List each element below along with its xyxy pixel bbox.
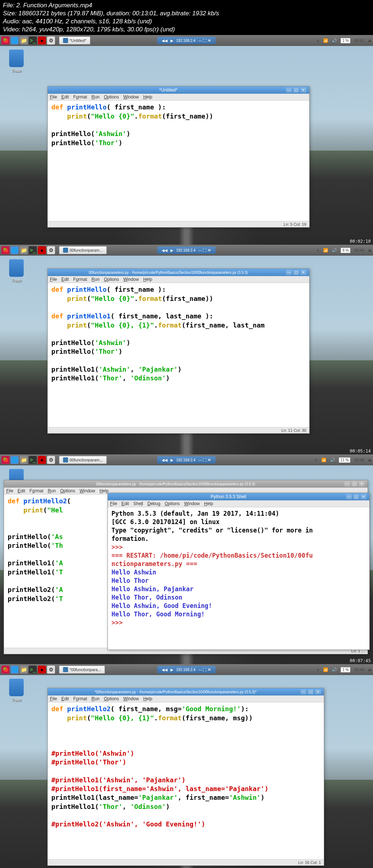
vnc-toolbar[interactable]: ◀◀▶192.168.2.4— ⛶ ✕	[157, 37, 216, 44]
browser-icon[interactable]: 🌐	[11, 36, 19, 44]
files-icon[interactable]: 📁	[20, 36, 28, 44]
raspberry-menu-icon[interactable]: 🍓	[1, 36, 9, 44]
raspberry-menu-icon[interactable]: 🍓	[1, 246, 9, 254]
titlebar[interactable]: *Untitled* —▢✕	[48, 86, 309, 94]
volume-icon[interactable]: 🔊	[332, 38, 337, 43]
task-button[interactable]: 00functionparam...	[59, 456, 107, 464]
trash-desktop-icon[interactable]: Trash	[9, 259, 24, 283]
frame-4: 🍓🌐📁>_●⚙ *00functionpara... ◀◀▶192.168.2.…	[0, 664, 373, 868]
maximize-button[interactable]: ▢	[293, 88, 299, 93]
vnc-toolbar[interactable]: ◀◀▶192.168.2.4— ⛶ ✕	[157, 247, 216, 254]
code-editor[interactable]: def printHello2( first_name, msg='Good M…	[48, 702, 324, 859]
task-button[interactable]: 00functionparam...	[59, 246, 107, 254]
terminal-icon[interactable]: >_	[29, 36, 37, 44]
minimize-button[interactable]: —	[286, 88, 292, 93]
editor-window: 00functionparameters.py - /home/pi/code/…	[47, 268, 310, 434]
shell-output[interactable]: Python 3.5.3 (default, Jan 19 2017, 14:1…	[108, 507, 369, 650]
editor-window: *Untitled* —▢✕ FileEditFormatRunOptionsW…	[47, 86, 310, 228]
app-icon[interactable]: ●	[38, 36, 46, 44]
timecode: 00:02:10	[350, 239, 371, 244]
trash-desktop-icon[interactable]: Trash	[9, 50, 24, 73]
terminal-icon[interactable]: >_	[29, 246, 37, 254]
task-button[interactable]: *00functionpara...	[59, 666, 105, 674]
cpu-percent: 1 %	[341, 38, 350, 43]
app-icon[interactable]: ●	[38, 246, 46, 254]
editor-window: *00functionparameters.py - /home/pi/code…	[47, 688, 324, 866]
wifi-icon[interactable]: 📶	[323, 38, 328, 43]
eject-icon[interactable]: ⏏	[368, 38, 372, 43]
code-editor[interactable]: def printHello( first_name ): print("Hel…	[48, 101, 309, 221]
files-icon[interactable]: 📁	[20, 246, 28, 254]
gear-icon[interactable]: ⚙	[47, 36, 55, 44]
titlebar[interactable]: 00functionparameters.py - /home/pi/code/…	[48, 269, 309, 276]
gear-icon[interactable]: ⚙	[47, 246, 55, 254]
frame-2: 🍓 🌐 📁 >_ ● ⚙ 00functionparam... ◀◀▶192.1…	[0, 245, 373, 454]
code-editor[interactable]: def printHello( first_name ): print("Hel…	[48, 283, 309, 427]
shell-window: Python 3.5.3 Shell—▢✕ FileEditShellDebug…	[107, 493, 370, 650]
bluetooth-icon[interactable]: ⚹	[316, 38, 319, 43]
clock: 09:41	[354, 38, 364, 43]
close-button[interactable]: ✕	[301, 88, 306, 93]
media-info: File: 2. Function Arguments.mp4 Size: 18…	[0, 0, 373, 35]
frame-1: 🍓 🌐 📁 >_ ● ⚙ *Untitled* ◀◀▶192.168.2.4— …	[0, 35, 373, 245]
browser-icon[interactable]: 🌐	[11, 246, 19, 254]
taskbar: 🍓 🌐 📁 >_ ● ⚙ *Untitled* ◀◀▶192.168.2.4— …	[0, 35, 373, 46]
frame-3: 🍓🌐📁>_●⚙ 00functionparam... ◀◀▶192.168.2.…	[0, 454, 373, 664]
statusbar: Ln: 5 Col: 16	[48, 221, 309, 227]
menubar[interactable]: FileEditFormatRunOptionsWindowHelp	[48, 94, 309, 101]
task-button[interactable]: *Untitled*	[59, 36, 90, 44]
